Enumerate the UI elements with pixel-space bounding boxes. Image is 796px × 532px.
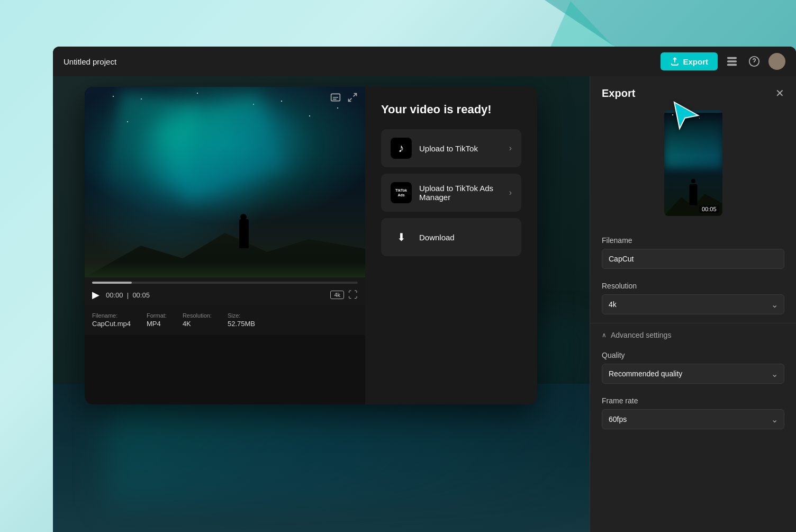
time-display: 00:00 | 00:05	[106, 291, 150, 299]
help-button[interactable]	[746, 53, 762, 69]
video-section: ▶ 00:00 | 00:05 4k ⛶	[85, 87, 365, 404]
progress-fill	[92, 282, 132, 284]
advanced-settings-label: Advanced settings	[611, 331, 671, 339]
size-value: 52.75MB	[228, 320, 255, 328]
subtitle-icon-button[interactable]	[330, 92, 341, 105]
svg-rect-2	[728, 65, 737, 66]
tiktok-ads-icon-container: TikTokAds	[391, 182, 412, 203]
controls-left: ▶ 00:00 | 00:05	[92, 289, 150, 301]
upload-icon	[670, 57, 680, 66]
quality-select-wrapper: Recommended quality High Medium Low	[602, 364, 784, 384]
resolution-select[interactable]: 4k 1080p 720p 480p 360p	[602, 294, 784, 314]
controls-row: ▶ 00:00 | 00:05 4k ⛶	[92, 289, 358, 301]
download-label: Download	[419, 233, 512, 242]
video-ready-title: Your video is ready!	[381, 103, 521, 116]
expand-icon	[347, 92, 358, 103]
filename-value: CapCut.mp4	[92, 320, 131, 328]
video-preview	[85, 87, 365, 277]
resolution-select-wrapper: 4k 1080p 720p 480p 360p	[602, 294, 784, 314]
meta-filename: Filename: CapCut.mp4	[92, 312, 131, 328]
aurora-background	[85, 87, 365, 277]
expand-icon-button[interactable]	[347, 92, 358, 105]
svg-marker-4	[674, 102, 698, 129]
upload-tiktok-ads-button[interactable]: TikTokAds Upload to TikTok Ads Manager ›	[381, 174, 521, 212]
stack-button[interactable]	[724, 53, 740, 69]
resolution-panel-label: Resolution	[602, 282, 784, 290]
advanced-settings-toggle[interactable]: ∧ Advanced settings	[590, 326, 796, 345]
quality-section: Quality Recommended quality High Medium …	[590, 345, 796, 390]
export-btn-label: Export	[683, 57, 708, 66]
tiktok-arrow-icon: ›	[509, 143, 512, 153]
meta-resolution: Resolution: 4K	[183, 312, 212, 328]
avatar[interactable]	[768, 53, 785, 70]
tiktok-ads-arrow-icon: ›	[509, 188, 512, 197]
project-title: Untitled project	[64, 57, 116, 66]
editor-area: ▶ 00:00 | 00:05 4k ⛶	[53, 76, 590, 532]
panel-thumb-head	[691, 179, 695, 183]
tiktok-ads-icon: TikTokAds	[395, 188, 407, 197]
resolution-section: Resolution 4k 1080p 720p 480p 360p	[590, 275, 796, 321]
actions-section: Your video is ready! ♪ Upload to TikTok …	[365, 87, 537, 404]
resolution-value: 4K	[183, 320, 212, 328]
meta-size: Size: 52.75MB	[228, 312, 255, 328]
format-value: MP4	[147, 320, 167, 328]
play-button[interactable]: ▶	[92, 289, 100, 301]
tiktok-icon-container: ♪	[391, 138, 412, 159]
download-button[interactable]: ⬇ Download	[381, 218, 521, 256]
advanced-chevron-icon: ∧	[602, 331, 607, 339]
quality-badge: 4k	[330, 291, 344, 299]
total-time: 00:05	[132, 291, 150, 299]
export-panel-title: Export	[602, 87, 635, 100]
framerate-select-wrapper: 60fps 30fps 24fps	[602, 409, 784, 429]
resolution-label: Resolution:	[183, 312, 212, 319]
stack-icon	[726, 56, 738, 67]
header-bar: Untitled project Export	[53, 47, 796, 76]
modal-toolbar	[323, 87, 365, 111]
divider-1	[590, 323, 796, 323]
video-controls: ▶ 00:00 | 00:05 4k ⛶	[85, 277, 365, 305]
size-label: Size:	[228, 312, 255, 319]
framerate-panel-label: Frame rate	[602, 396, 784, 405]
current-time: 00:00	[106, 291, 123, 299]
quality-panel-label: Quality	[602, 351, 784, 359]
export-panel: Export ✕ 00:05	[590, 76, 796, 532]
framerate-section: Frame rate 60fps 30fps 24fps	[590, 390, 796, 436]
export-button[interactable]: Export	[661, 52, 718, 70]
svg-rect-0	[728, 58, 737, 59]
tiktok-ads-label: Upload to TikTok Ads Manager	[419, 184, 502, 202]
filename-panel-label: Filename	[602, 236, 784, 245]
framerate-select[interactable]: 60fps 30fps 24fps	[602, 409, 784, 429]
silhouette	[239, 219, 249, 248]
cursor-arrow	[669, 100, 701, 133]
main-content: ▶ 00:00 | 00:05 4k ⛶	[53, 76, 796, 532]
header-right: Export	[661, 52, 785, 70]
upload-tiktok-button[interactable]: ♪ Upload to TikTok ›	[381, 129, 521, 167]
filename-label: Filename:	[92, 312, 131, 319]
filename-input[interactable]	[602, 249, 784, 269]
close-panel-button[interactable]: ✕	[775, 87, 784, 100]
progress-bar[interactable]	[92, 282, 358, 284]
subtitle-icon	[330, 92, 341, 103]
tiktok-label: Upload to TikTok	[419, 144, 502, 153]
panel-thumb-figure	[689, 184, 697, 205]
help-icon	[748, 56, 760, 67]
svg-rect-1	[728, 61, 737, 62]
meta-format: Format: MP4	[147, 312, 167, 328]
export-modal: ▶ 00:00 | 00:05 4k ⛶	[85, 87, 537, 404]
video-meta: Filename: CapCut.mp4 Format: MP4 Resolut…	[85, 305, 365, 335]
app-window: Untitled project Export	[53, 47, 796, 532]
fullscreen-button[interactable]: ⛶	[348, 290, 358, 301]
download-icon-container: ⬇	[391, 227, 412, 248]
svg-line-9	[349, 98, 352, 102]
svg-line-8	[354, 94, 357, 97]
filename-section: Filename	[590, 230, 796, 275]
format-label: Format:	[147, 312, 167, 319]
quality-select[interactable]: Recommended quality High Medium Low	[602, 364, 784, 384]
panel-thumb-duration: 00:05	[699, 205, 719, 213]
